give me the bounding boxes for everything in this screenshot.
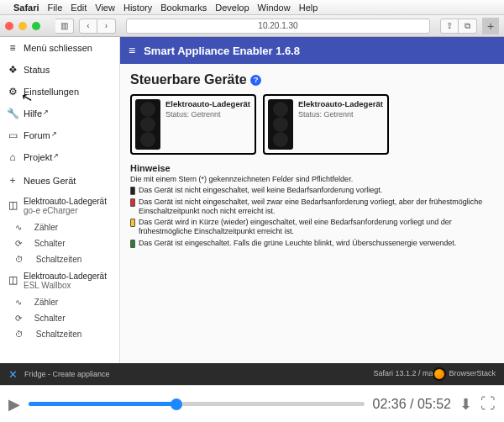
device-card-0[interactable]: Elektroauto-LadegerätStatus: Getrennt xyxy=(130,94,256,155)
sidebar-device-0[interactable]: ◫Elektroauto-Ladegerätgo-e eCharger xyxy=(0,193,119,219)
fullscreen-button[interactable]: ⛶ xyxy=(480,395,496,413)
browserstack-bar: ✕ Fridge - Create appliance Safari 13.1.… xyxy=(0,363,504,385)
light-off-icon xyxy=(130,187,135,195)
hamburger-icon: ≡ xyxy=(7,42,18,54)
external-link-icon: ↗ xyxy=(51,130,57,138)
forward-button[interactable]: › xyxy=(97,18,116,34)
breadcrumb: Fridge - Create appliance xyxy=(24,370,110,378)
traffic-light-icon xyxy=(135,99,160,150)
wrench-icon: 🔧 xyxy=(7,108,18,119)
menu-history[interactable]: History xyxy=(123,3,152,13)
device-icon: ◫ xyxy=(7,275,18,286)
menu-help[interactable]: Help xyxy=(299,3,318,13)
menu-view[interactable]: View xyxy=(95,3,115,13)
sidebar-sub-zaehler-0[interactable]: ∿ Zähler xyxy=(0,219,119,235)
sidebar-item-help[interactable]: 🔧Hilfe↗ xyxy=(0,103,119,124)
back-button[interactable]: ‹ xyxy=(79,18,97,34)
sidebar-close-label: Menü schliessen xyxy=(24,43,92,53)
light-green-icon xyxy=(130,240,135,248)
hint-off: Das Gerät ist nicht eingeschaltet, weil … xyxy=(130,186,494,195)
sidebar-sub-zaehler-1[interactable]: ∿ Zähler xyxy=(0,294,119,310)
video-controls: ▶ 02:36 / 05:52 ⬇ ⛶ xyxy=(0,385,504,422)
sidebar-close-menu[interactable]: ≡ Menü schliessen xyxy=(0,37,119,59)
sidebar-toggle-icon[interactable]: ▥ xyxy=(55,18,74,34)
device-card-1[interactable]: Elektroauto-LadegerätStatus: Getrennt xyxy=(263,94,389,155)
sidebar-sub-schalter-0[interactable]: ⟳ Schalter xyxy=(0,235,119,251)
hint-yellow: Das Gerät wird in Kürze (wieder) eingesc… xyxy=(130,218,494,237)
hints-section: Hinweise Die mit einem Stern (*) gekennz… xyxy=(130,163,494,248)
menu-window[interactable]: Window xyxy=(258,3,291,13)
window-close-icon[interactable] xyxy=(5,22,13,30)
sidebar: ≡ Menü schliessen ❖Status ⚙Einstellungen… xyxy=(0,37,120,363)
browserstack-label: BrowserStack xyxy=(449,369,496,377)
tabs-button[interactable]: ⧉ xyxy=(459,18,477,34)
hints-intro: Die mit einem Stern (*) gekennzeichneten… xyxy=(130,175,494,184)
bs-logo-icon: ✕ xyxy=(8,368,18,381)
browser-info: Safari 13.1.2 / ma xyxy=(373,369,433,377)
hint-green: Das Gerät ist eingeschaltet. Falls die g… xyxy=(130,239,494,248)
new-tab-button[interactable]: + xyxy=(482,18,499,34)
home-icon: ⌂ xyxy=(7,151,18,163)
seek-bar[interactable] xyxy=(29,402,365,406)
menu-file[interactable]: File xyxy=(48,3,63,13)
traffic-light-icon xyxy=(268,99,293,150)
sidebar-sub-schalter-1[interactable]: ⟳ Schalter xyxy=(0,310,119,326)
sidebar-item-forum[interactable]: ▭Forum↗ xyxy=(0,124,119,146)
menu-edit[interactable]: Edit xyxy=(71,3,87,13)
device-icon: ◫ xyxy=(7,200,18,211)
browserstack-icon xyxy=(433,367,446,381)
plus-icon: ＋ xyxy=(7,173,18,187)
mac-menubar: Safari File Edit View History Bookmarks … xyxy=(0,0,504,15)
seek-thumb[interactable] xyxy=(171,398,182,410)
window-zoom-icon[interactable] xyxy=(32,22,40,30)
browser-toolbar: ▥ ‹ › 10.20.1.30 ⇪ ⧉ + xyxy=(0,15,504,37)
share-button[interactable]: ⇪ xyxy=(440,18,459,34)
app-hamburger-icon[interactable]: ≡ xyxy=(129,44,135,57)
external-link-icon: ↗ xyxy=(43,108,49,116)
external-link-icon: ↗ xyxy=(53,152,59,160)
app-title: Smart Appliance Enabler 1.6.8 xyxy=(144,45,300,57)
status-icon: ❖ xyxy=(7,64,18,76)
sidebar-sub-schaltzeiten-1[interactable]: ⏱ Schaltzeiten xyxy=(0,326,119,342)
sidebar-sub-schaltzeiten-0[interactable]: ⏱ Schaltzeiten xyxy=(0,251,119,267)
forum-icon: ▭ xyxy=(7,129,18,141)
sidebar-item-new-device[interactable]: ＋Neues Gerät xyxy=(0,168,119,193)
menu-develop[interactable]: Develop xyxy=(215,3,249,13)
menubar-app[interactable]: Safari xyxy=(13,3,39,13)
hint-red: Das Gerät ist nicht eingeschaltet, weil … xyxy=(130,198,494,217)
sidebar-device-1[interactable]: ◫Elektroauto-LadegerätESL Wallbox xyxy=(0,267,119,294)
url-field[interactable]: 10.20.1.30 xyxy=(126,18,430,34)
play-button[interactable]: ▶ xyxy=(8,395,20,414)
gear-icon: ⚙ xyxy=(7,86,18,98)
help-icon[interactable]: ? xyxy=(250,75,261,86)
sidebar-item-project[interactable]: ⌂Projekt↗ xyxy=(0,146,119,168)
sidebar-item-settings[interactable]: ⚙Einstellungen xyxy=(0,81,119,103)
sidebar-item-status[interactable]: ❖Status xyxy=(0,59,119,81)
page-heading: Steuerbare Geräte ? xyxy=(130,72,494,87)
light-yellow-icon xyxy=(130,219,135,227)
app-header: ≡ Smart Appliance Enabler 1.6.8 xyxy=(120,37,504,64)
window-minimize-icon[interactable] xyxy=(18,22,27,30)
time-display: 02:36 / 05:52 xyxy=(373,397,451,412)
seek-progress xyxy=(29,402,176,406)
menu-bookmarks[interactable]: Bookmarks xyxy=(160,3,207,13)
light-red-icon xyxy=(130,198,135,207)
download-button[interactable]: ⬇ xyxy=(459,395,472,414)
hints-title: Hinweise xyxy=(130,163,494,173)
